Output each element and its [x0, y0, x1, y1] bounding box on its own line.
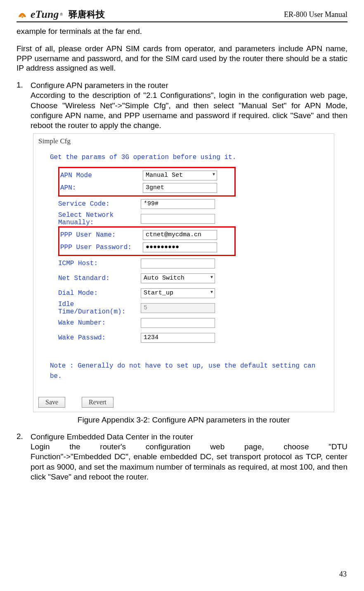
form-table: APN Mode Manual Set APN: 3gnet Service C… — [58, 167, 334, 345]
net-standard-label: Net Standard: — [58, 275, 141, 282]
logo-wave-icon — [17, 9, 28, 20]
ppp-user-input[interactable]: ctnet@mycdma.cn — [143, 230, 217, 240]
wake-number-input[interactable] — [141, 318, 215, 328]
list-body-2: Configure Embedded Data Center in the ro… — [31, 432, 347, 482]
wake-passwd-label: Wake Passwd: — [58, 334, 141, 342]
idle-time-label: Idle Time/Duration(m): — [58, 301, 141, 316]
item2-body-line1: Logintherouter'sconfigurationwebpage,cho… — [31, 442, 347, 452]
net-standard-select[interactable]: Auto Switch — [141, 273, 215, 283]
dial-mode-label: Dial Mode: — [58, 290, 141, 297]
header-title: ER-800 User Manual — [284, 10, 347, 19]
item2-title: Configure Embedded Data Center in the ro… — [31, 432, 193, 441]
figure-note: Note : Generally do not have to set up, … — [33, 354, 334, 394]
figure-subtitle: Get the params of 3G operation before us… — [33, 147, 334, 164]
wake-passwd-input[interactable]: 1234 — [141, 333, 215, 343]
logo: eTung ® 驿唐科技 — [17, 8, 105, 21]
logo-chinese: 驿唐科技 — [69, 8, 105, 21]
service-code-label: Service Code: — [58, 200, 141, 208]
ppp-pass-label: PPP User Password: — [60, 244, 143, 251]
logo-text: eTung — [31, 8, 59, 21]
apn-input[interactable]: 3gnet — [143, 183, 217, 193]
list-item-2: 2. Configure Embedded Data Center in the… — [17, 432, 347, 482]
select-network-input[interactable] — [141, 214, 215, 224]
list-item-1: 1. Configure APN parameters in the route… — [17, 81, 347, 131]
intro-line: example for terminals at the far end. — [17, 26, 347, 36]
svg-point-0 — [21, 16, 23, 18]
ppp-user-label: PPP User Name: — [60, 231, 143, 239]
idle-time-input[interactable]: 5 — [141, 303, 215, 313]
list-num-1: 1. — [17, 81, 31, 131]
dial-mode-select[interactable]: Start_up — [141, 288, 215, 298]
figure-container: Simple Cfg Get the params of 3G operatio… — [33, 133, 334, 425]
apn-mode-select[interactable]: Manual Set — [143, 171, 217, 180]
logo-trademark: ® — [60, 12, 63, 17]
item2-body-rest: Function"->"Embedded DC", enable embedde… — [31, 452, 347, 481]
wake-number-label: Wake Number: — [58, 319, 141, 327]
item1-body: According to the description of "2.1 Con… — [31, 91, 347, 130]
icmp-label: ICMP Host: — [58, 260, 141, 267]
ppp-pass-input[interactable]: ●●●●●●●●● — [143, 242, 217, 252]
list-body-1: Configure APN parameters in the router A… — [31, 81, 347, 131]
list-num-2: 2. — [17, 432, 31, 482]
figure-box: Simple Cfg Get the params of 3G operatio… — [33, 133, 334, 412]
save-button[interactable]: Save — [38, 397, 65, 408]
service-code-input[interactable]: *99# — [141, 199, 215, 209]
button-row: Save Revert — [33, 394, 334, 412]
apn-mode-label: APN Mode — [60, 172, 143, 179]
page-number: 43 — [339, 570, 347, 579]
icmp-input[interactable] — [141, 259, 215, 268]
figure-caption: Figure Appendix 3-2: Configure APN param… — [33, 415, 334, 425]
revert-button[interactable]: Revert — [82, 397, 113, 408]
page-header: eTung ® 驿唐科技 ER-800 User Manual — [17, 8, 347, 22]
item1-title: Configure APN parameters in the router — [31, 81, 168, 90]
select-network-label: Select Network Manually: — [58, 211, 141, 226]
figure-title: Simple Cfg — [33, 134, 334, 147]
apn-label: APN: — [60, 184, 143, 192]
paragraph-2: First of all, please order APN SIM cards… — [17, 44, 347, 73]
